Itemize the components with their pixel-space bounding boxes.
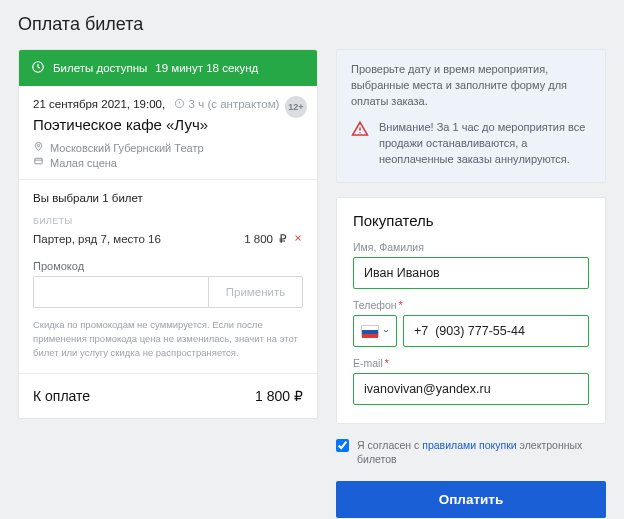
phone-field[interactable] — [403, 315, 589, 347]
countdown-bar: Билеты доступны 19 минут 18 секунд — [19, 50, 317, 86]
pay-button[interactable]: Оплатить — [336, 481, 606, 518]
clock-icon — [31, 60, 45, 76]
promo-apply-button[interactable]: Применить — [208, 276, 303, 308]
email-label: E-mail* — [353, 357, 589, 369]
phone-label: Телефон* — [353, 299, 589, 311]
ticket-row: Партер, ряд 7, место 16 1 800 ₽ — [33, 232, 303, 246]
remove-ticket-icon[interactable] — [293, 233, 303, 245]
pin-icon — [33, 141, 44, 154]
ticket-price: 1 800 — [244, 233, 273, 245]
name-label: Имя, Фамилия — [353, 241, 589, 253]
agree-row[interactable]: Я согласен с правилами покупки электронн… — [336, 438, 606, 467]
promo-input[interactable] — [33, 276, 208, 308]
ticket-seat: Партер, ряд 7, место 16 — [33, 233, 161, 245]
info-warn-text: Внимание! За 1 час до мероприятия все пр… — [379, 120, 591, 168]
venue-row: Московский Губернский Театр — [33, 141, 303, 154]
hall-icon — [33, 156, 44, 169]
currency: ₽ — [279, 232, 287, 246]
flag-ru-icon — [361, 325, 379, 337]
svg-rect-3 — [35, 158, 42, 164]
selection-summary: Вы выбрали 1 билет — [33, 192, 303, 204]
buyer-heading: Покупатель — [353, 212, 589, 229]
tickets-section-label: БИЛЕТЫ — [33, 216, 303, 226]
chevron-down-icon — [382, 327, 390, 335]
order-card: Билеты доступны 19 минут 18 секунд 21 се… — [18, 49, 318, 419]
warning-icon — [351, 120, 369, 168]
total-row: К оплате 1 800 ₽ — [19, 373, 317, 418]
total-currency: ₽ — [294, 388, 303, 404]
event-title: Поэтическое кафе «Луч» — [33, 116, 303, 133]
agree-text: Я согласен с правилами покупки электронн… — [357, 438, 606, 467]
hall-row: Малая сцена — [33, 156, 303, 169]
age-badge: 12+ — [285, 96, 307, 118]
countdown-value: 19 минут 18 секунд — [155, 62, 258, 74]
event-datetime: 21 сентября 2021, 19:00, 3 ч (с антракто… — [33, 98, 303, 110]
total-value: 1 800 — [255, 388, 290, 404]
countdown-prefix: Билеты доступны — [53, 62, 147, 74]
email-field[interactable] — [353, 373, 589, 405]
svg-point-2 — [37, 144, 39, 146]
name-field[interactable] — [353, 257, 589, 289]
total-label: К оплате — [33, 388, 90, 404]
buyer-card: Покупатель Имя, Фамилия Телефон* — [336, 197, 606, 424]
event-duration: 3 ч (с антрактом) — [174, 98, 279, 110]
info-check-text: Проверьте дату и время мероприятия, выбр… — [351, 62, 591, 110]
promo-label: Промокод — [33, 260, 303, 272]
svg-point-4 — [359, 132, 361, 134]
rules-link[interactable]: правилами покупки — [422, 439, 516, 451]
page-title: Оплата билета — [18, 14, 606, 35]
agree-checkbox[interactable] — [336, 439, 349, 452]
info-box: Проверьте дату и время мероприятия, выбр… — [336, 49, 606, 183]
event-date: 21 сентября 2021, 19:00, — [33, 98, 165, 110]
promo-note: Скидка по промокодам не суммируется. Есл… — [33, 318, 303, 359]
country-select[interactable] — [353, 315, 397, 347]
